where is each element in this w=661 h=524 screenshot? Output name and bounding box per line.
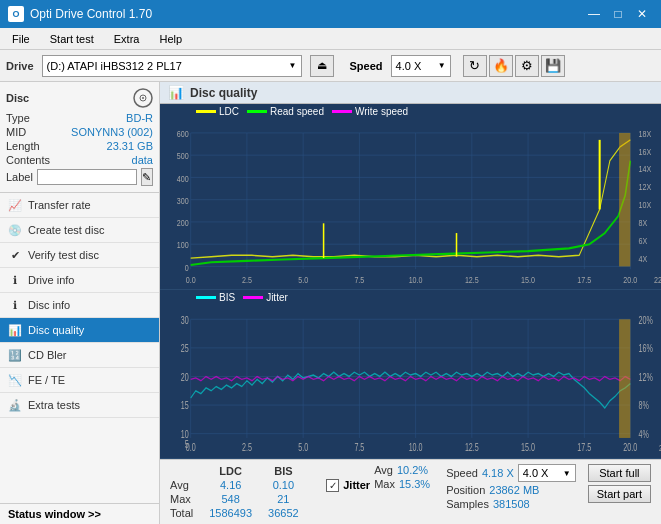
svg-text:2.5: 2.5 [242, 442, 252, 454]
minimize-button[interactable]: — [583, 5, 605, 23]
svg-text:2.5: 2.5 [242, 274, 252, 285]
legend-bis-label: BIS [219, 292, 235, 303]
menu-file[interactable]: File [4, 31, 38, 47]
maximize-button[interactable]: □ [607, 5, 629, 23]
svg-text:22.5: 22.5 [654, 274, 661, 285]
nav-label: FE / TE [28, 374, 65, 386]
drive-label: Drive [6, 60, 34, 72]
avg-ldc: 4.16 [205, 478, 264, 492]
stats-bis-header: BIS [264, 464, 311, 478]
type-value: BD-R [126, 112, 153, 124]
cd-bler-icon: 🔢 [8, 348, 22, 362]
svg-rect-50 [160, 305, 661, 455]
sidebar-item-extra-tests[interactable]: 🔬 Extra tests [0, 393, 159, 418]
settings-button[interactable]: ⚙ [515, 55, 539, 77]
svg-text:5: 5 [185, 439, 189, 451]
samples-key: Samples [446, 498, 489, 510]
total-label: Total [166, 506, 205, 520]
sidebar-item-cd-bler[interactable]: 🔢 CD Bler [0, 343, 159, 368]
nav-label: Disc info [28, 299, 70, 311]
nav-label: Extra tests [28, 399, 80, 411]
label-input[interactable] [37, 169, 137, 185]
stats-table: LDC BIS Avg 4.16 0.10 Max 548 [166, 464, 318, 520]
disc-info-icon: ℹ [8, 298, 22, 312]
titlebar: O Opti Drive Control 1.70 — □ ✕ [0, 0, 661, 28]
svg-text:12.5: 12.5 [465, 274, 479, 285]
svg-text:15.0: 15.0 [521, 442, 535, 454]
svg-text:300: 300 [177, 195, 189, 206]
legend-bis: BIS [196, 292, 235, 303]
chart1-svg: 0.0 2.5 5.0 7.5 10.0 12.5 15.0 17.5 20.0… [160, 119, 661, 286]
fe-te-icon: 📉 [8, 373, 22, 387]
start-full-button[interactable]: Start full [588, 464, 651, 482]
speed-key: Speed [446, 467, 478, 479]
svg-text:6X: 6X [639, 235, 648, 246]
sidebar-item-drive-info[interactable]: ℹ Drive info [0, 268, 159, 293]
refresh-button[interactable]: ↻ [463, 55, 487, 77]
svg-text:5.0: 5.0 [298, 442, 308, 454]
sidebar-item-fe-te[interactable]: 📉 FE / TE [0, 368, 159, 393]
stats-max-row: Max 548 21 [166, 492, 311, 506]
svg-text:4%: 4% [639, 429, 650, 441]
menubar: File Start test Extra Help [0, 28, 661, 50]
svg-text:10.0: 10.0 [409, 274, 423, 285]
save-button[interactable]: 💾 [541, 55, 565, 77]
speed-select[interactable]: 4.0 X ▼ [391, 55, 451, 77]
menu-starttest[interactable]: Start test [42, 31, 102, 47]
nav-label: Create test disc [28, 224, 104, 236]
sidebar-item-disc-info[interactable]: ℹ Disc info [0, 293, 159, 318]
disc-quality-icon: 📊 [8, 323, 22, 337]
create-test-icon: 💿 [8, 223, 22, 237]
menu-extra[interactable]: Extra [106, 31, 148, 47]
drive-select[interactable]: (D:) ATAPI iHBS312 2 PL17 ▼ [42, 55, 302, 77]
svg-text:10.0: 10.0 [409, 442, 423, 454]
sidebar-item-verify-test[interactable]: ✔ Verify test disc [0, 243, 159, 268]
start-buttons: Start full Start part [584, 464, 655, 503]
jitter-checkbox[interactable] [326, 479, 339, 492]
mid-key: MID [6, 126, 26, 138]
legend-ldc: LDC [196, 106, 239, 117]
chevron-down-icon2: ▼ [438, 61, 446, 70]
stats-avg-row: Avg 4.16 0.10 [166, 478, 311, 492]
drive-eject-button[interactable]: ⏏ [310, 55, 334, 77]
svg-text:5.0: 5.0 [298, 274, 308, 285]
menu-help[interactable]: Help [151, 31, 190, 47]
svg-rect-65 [619, 319, 630, 438]
app-title: Opti Drive Control 1.70 [30, 7, 152, 21]
svg-point-2 [142, 97, 144, 99]
speed-dropdown[interactable]: 4.0 X ▼ [518, 464, 576, 482]
legend-jitter-label: Jitter [266, 292, 288, 303]
svg-text:25: 25 [181, 343, 189, 355]
svg-text:12X: 12X [639, 181, 652, 192]
svg-text:600: 600 [177, 128, 189, 139]
panel-title: Disc quality [190, 86, 257, 100]
legend-read-speed-label: Read speed [270, 106, 324, 117]
sidebar-item-transfer-rate[interactable]: 📈 Transfer rate [0, 193, 159, 218]
nav-label: Verify test disc [28, 249, 99, 261]
svg-text:17.5: 17.5 [577, 274, 591, 285]
sidebar-item-create-test[interactable]: 💿 Create test disc [0, 218, 159, 243]
sidebar: Disc Type BD-R MID SONYNN3 (002) Length [0, 82, 160, 524]
nav-label: Disc quality [28, 324, 84, 336]
status-window-button[interactable]: Status window >> [0, 503, 159, 524]
avg-label: Avg [166, 478, 205, 492]
svg-text:500: 500 [177, 150, 189, 161]
start-part-button[interactable]: Start part [588, 485, 651, 503]
svg-text:4X: 4X [639, 253, 648, 264]
contents-value: data [132, 154, 153, 166]
burn-button[interactable]: 🔥 [489, 55, 513, 77]
svg-text:12%: 12% [639, 371, 654, 383]
svg-rect-23 [619, 133, 630, 267]
close-button[interactable]: ✕ [631, 5, 653, 23]
stats-total-row: Total 1586493 36652 [166, 506, 311, 520]
charts-area: LDC Read speed Write speed [160, 104, 661, 459]
speed-chevron-icon: ▼ [563, 469, 571, 478]
label-key: Label [6, 171, 33, 183]
svg-text:200: 200 [177, 217, 189, 228]
legend-ldc-label: LDC [219, 106, 239, 117]
right-panel: 📊 Disc quality LDC Read speed [160, 82, 661, 524]
position-key: Position [446, 484, 485, 496]
label-edit-button[interactable]: ✎ [141, 168, 153, 186]
sidebar-item-disc-quality[interactable]: 📊 Disc quality [0, 318, 159, 343]
jitter-label: Jitter [343, 479, 370, 491]
